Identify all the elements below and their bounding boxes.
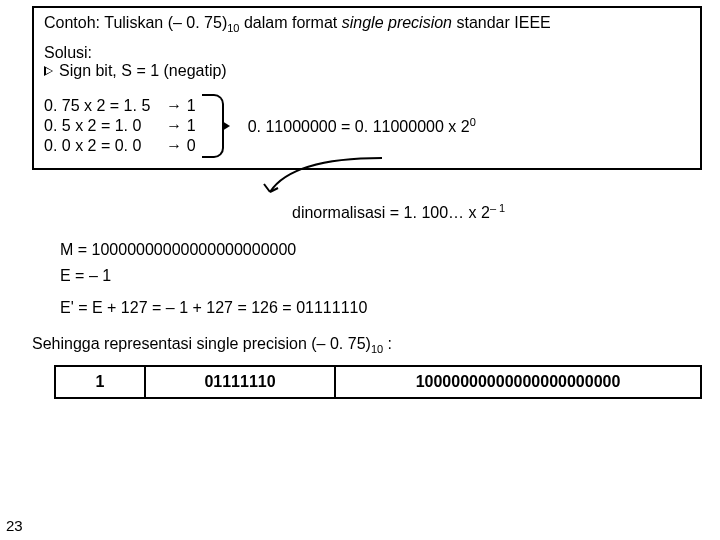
exponent-cell: 01111110 — [146, 367, 336, 397]
calc-right-col: → 1 → 1 → 0 — [166, 97, 195, 155]
calc-row: 0. 5 x 2 = 1. 0 — [44, 117, 150, 135]
exponent-line: E = – 1 — [60, 267, 706, 285]
title-italic: single precision — [342, 14, 452, 31]
page-number: 23 — [6, 517, 23, 534]
title-suffix: standar IEEE — [452, 14, 551, 31]
title-mid: dalam format — [239, 14, 341, 31]
sehingga-pre: Sehingga representasi single precision (… — [32, 335, 371, 352]
calculation-block: 0. 75 x 2 = 1. 5 0. 5 x 2 = 1. 0 0. 0 x … — [44, 94, 690, 158]
fraction-result: 0. 11000000 = 0. 11000000 x 20 — [248, 116, 476, 136]
result-exp: 0 — [470, 116, 476, 128]
solusi-label: Solusi: — [44, 44, 690, 62]
biased-exponent-line: E' = E + 127 = – 1 + 127 = 126 = 0111111… — [60, 299, 706, 317]
example-title: Contoh: Tuliskan (– 0. 75)10 dalam forma… — [44, 14, 690, 34]
sign-cell: 1 — [56, 367, 146, 397]
normal-exp: – 1 — [490, 202, 505, 214]
calc-row: 0. 0 x 2 = 0. 0 — [44, 137, 150, 155]
result-table: 1 01111110 10000000000000000000000 — [54, 365, 702, 399]
title-prefix: Contoh: Tuliskan (– 0. 75) — [44, 14, 227, 31]
calc-arrow: → 1 — [166, 97, 195, 115]
sehingga-sub: 10 — [371, 343, 383, 355]
title-sub: 10 — [227, 22, 239, 34]
normalization-block: dinormalisasi = 1. 100… x 2– 1 — [32, 184, 706, 222]
curly-brace-icon — [202, 94, 224, 158]
result-pre: 0. 11000000 = 0. 11000000 x 2 — [248, 118, 470, 135]
solution-block: Solusi: Sign bit, S = 1 (negatip) — [44, 44, 690, 80]
example-box: Contoh: Tuliskan (– 0. 75)10 dalam forma… — [32, 6, 702, 170]
calc-columns: 0. 75 x 2 = 1. 5 0. 5 x 2 = 1. 0 0. 0 x … — [44, 97, 196, 155]
arrow-down-icon — [252, 156, 392, 202]
mantissa-line: M = 10000000000000000000000 — [60, 241, 706, 259]
calc-arrow: → 0 — [166, 137, 195, 155]
sign-bit-row: Sign bit, S = 1 (negatip) — [44, 62, 690, 80]
calc-arrow: → 1 — [166, 117, 195, 135]
conclusion-line: Sehingga representasi single precision (… — [32, 335, 706, 355]
normal-pre: dinormalisasi = 1. 100… x 2 — [292, 205, 490, 222]
triangle-bullet-icon — [44, 66, 53, 76]
sign-bit-text: Sign bit, S = 1 (negatip) — [59, 62, 227, 80]
sehingga-suffix: : — [383, 335, 392, 352]
calc-row: 0. 75 x 2 = 1. 5 — [44, 97, 150, 115]
calc-left-col: 0. 75 x 2 = 1. 5 0. 5 x 2 = 1. 0 0. 0 x … — [44, 97, 150, 155]
mantissa-cell: 10000000000000000000000 — [336, 367, 700, 397]
